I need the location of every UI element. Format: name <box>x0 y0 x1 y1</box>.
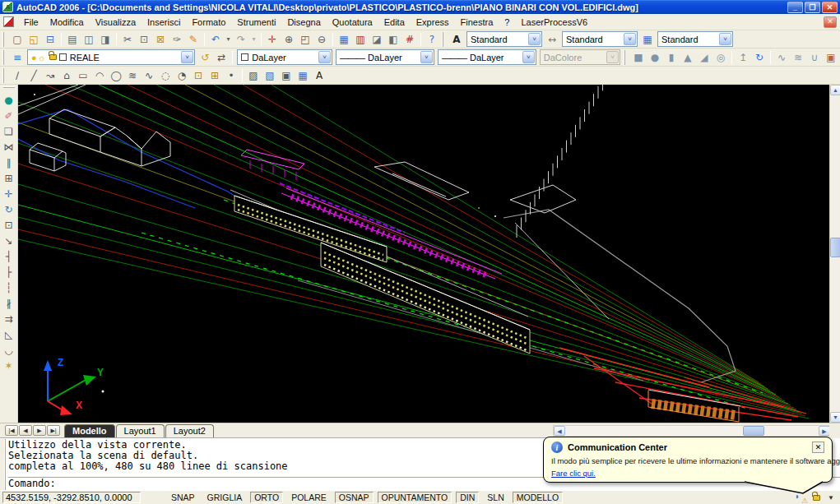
table-style-icon[interactable]: ▦ <box>639 32 656 47</box>
mdi-close-icon[interactable]: ✕ <box>824 16 837 28</box>
region-icon[interactable]: ▣ <box>278 68 295 83</box>
dim-style-icon[interactable]: ↔ <box>544 32 560 47</box>
arc-icon[interactable]: ◠ <box>91 68 108 83</box>
chevron-down-icon[interactable]: ˅ <box>528 33 541 45</box>
layer-color-swatch[interactable] <box>59 53 67 61</box>
menu-express[interactable]: Express <box>411 16 455 29</box>
toolbar-grip[interactable] <box>2 32 7 47</box>
toolbar-grip[interactable] <box>2 68 7 83</box>
redo-icon[interactable]: ↷ <box>233 32 249 47</box>
table-icon[interactable]: ▦ <box>295 68 311 83</box>
explode-icon[interactable]: ✶ <box>1 358 16 373</box>
scroll-right-icon[interactable]: ▶ <box>819 426 830 436</box>
close-button[interactable]: ✕ <box>822 2 838 13</box>
sheet-set-manager-icon[interactable]: ▦ <box>336 32 352 47</box>
render-icon[interactable]: ▣ <box>823 50 839 65</box>
array-icon[interactable]: ⊞ <box>1 170 16 186</box>
modello-toggle[interactable]: MODELLO <box>513 492 563 503</box>
stretch-icon[interactable]: ↘ <box>1 233 16 248</box>
osnap-toggle[interactable]: OSNAP <box>335 492 374 503</box>
make-block-icon[interactable]: ⊞ <box>207 68 223 83</box>
table-style-combo[interactable]: Standard ˅ <box>657 31 733 47</box>
line-icon[interactable]: ∕ <box>9 68 26 83</box>
linetype-combo[interactable]: ——— DaLayer ˅ <box>336 49 434 65</box>
din-toggle[interactable]: DIN <box>456 492 479 503</box>
move-icon[interactable]: ✛ <box>1 186 16 201</box>
break-icon[interactable]: ∦ <box>1 295 16 311</box>
erase-icon[interactable]: ✐ <box>1 108 16 123</box>
first-tab-icon[interactable]: |◀ <box>5 425 18 436</box>
tab-modello[interactable]: Modello <box>64 424 115 437</box>
quickcalc-icon[interactable]: # <box>401 32 418 47</box>
solid-wedge-icon[interactable]: ◢ <box>696 50 712 65</box>
solid-torus-icon[interactable]: ◎ <box>712 50 729 65</box>
point-icon[interactable]: • <box>223 68 239 83</box>
polare-toggle[interactable]: POLARE <box>287 492 331 503</box>
help-icon[interactable]: ? <box>424 32 440 47</box>
revision-cloud-icon[interactable]: ≋ <box>124 68 141 83</box>
menu-file[interactable]: File <box>18 16 44 29</box>
balloon-link[interactable]: Fare clic qui. <box>551 469 596 478</box>
menu-laserprocess[interactable]: LaserProcessV6 <box>515 16 593 29</box>
zoom-previous-icon[interactable]: ⊖ <box>313 32 330 47</box>
horizontal-scroll-thumb[interactable] <box>743 426 764 436</box>
rotate-icon[interactable]: ↻ <box>1 201 16 217</box>
rectangle-icon[interactable]: ▭ <box>75 68 91 83</box>
coordinates-display[interactable]: 4532.5159, -3292.8510, 0.0000 <box>2 492 141 503</box>
match-properties-icon[interactable]: ✑ <box>169 32 185 47</box>
undo-dropdown-icon[interactable]: ▾ <box>224 32 233 47</box>
lineweight-combo[interactable]: ——— DaLayer ˅ <box>438 49 536 65</box>
drawing-viewport[interactable]: Z Y X <box>18 85 829 423</box>
text-style-combo[interactable]: Standard ˅ <box>466 31 542 47</box>
sweep-icon[interactable]: ∿ <box>773 50 790 65</box>
loft-icon[interactable]: ≋ <box>790 50 806 65</box>
copy-object-icon[interactable]: ❏ <box>1 123 16 139</box>
menu-modifica[interactable]: Modifica <box>44 16 90 29</box>
vertical-scroll-thumb[interactable] <box>830 238 840 257</box>
revolve-icon[interactable]: ↻ <box>751 50 768 65</box>
command-window-grip[interactable] <box>0 439 6 490</box>
solid-cone-icon[interactable]: ▲ <box>680 50 696 65</box>
menu-formato[interactable]: Formato <box>186 16 231 29</box>
circle-icon[interactable]: ◯ <box>108 68 124 83</box>
layer-on-icon[interactable]: ● <box>31 53 37 62</box>
next-tab-icon[interactable]: ▶ <box>33 425 46 436</box>
layer-states-icon[interactable]: ⇄ <box>213 50 230 65</box>
layer-combo[interactable]: ● ☼ REALE ˅ <box>27 49 195 65</box>
cut-icon[interactable]: ✂ <box>119 32 136 47</box>
plot-preview-icon[interactable]: ◫ <box>81 32 97 47</box>
orto-toggle[interactable]: ORTO <box>250 492 283 503</box>
ellipse-arc-icon[interactable]: ◔ <box>174 68 190 83</box>
scale-icon[interactable]: ⊡ <box>1 217 16 233</box>
layer-previous-icon[interactable]: ↺ <box>197 50 213 65</box>
chamfer-icon[interactable]: ◺ <box>1 326 16 342</box>
zoom-window-icon[interactable]: ◰ <box>297 32 313 47</box>
opuntamento-toggle[interactable]: OPUNTAMENTO <box>378 492 452 503</box>
layer-freeze-icon[interactable]: ☼ <box>38 53 46 62</box>
menu-strumenti[interactable]: Strumenti <box>231 16 281 29</box>
zoom-realtime-icon[interactable]: ⊕ <box>281 32 297 47</box>
chevron-down-icon[interactable]: ˅ <box>181 51 193 63</box>
chevron-down-icon[interactable]: ˅ <box>624 33 636 45</box>
hatch-icon[interactable]: ▨ <box>245 68 262 83</box>
open-file-icon[interactable]: ◱ <box>26 32 42 47</box>
fillet-icon[interactable]: ◡ <box>1 342 16 358</box>
mirror-icon[interactable]: ⋈ <box>1 139 16 155</box>
color-combo[interactable]: DaLayer ˅ <box>237 49 332 65</box>
chevron-down-icon[interactable]: ˅ <box>318 51 331 63</box>
offset-icon[interactable]: ∥ <box>1 155 16 170</box>
new-file-icon[interactable]: ▢ <box>9 32 26 47</box>
etransmit-icon[interactable]: ◧ <box>385 32 401 47</box>
tab-layout1[interactable]: Layout1 <box>116 424 165 437</box>
gradient-icon[interactable]: ▧ <box>262 68 278 83</box>
prev-tab-icon[interactable]: ◀ <box>19 425 32 436</box>
menu-inserisci[interactable]: Inserisci <box>142 16 186 29</box>
construction-line-icon[interactable]: ╱ <box>26 68 42 83</box>
app-icon[interactable]: A <box>2 2 13 12</box>
vertical-scrollbar[interactable]: ▲ ▼ <box>829 85 840 423</box>
join-icon[interactable]: ⇉ <box>1 311 16 326</box>
extrude-icon[interactable]: ↥ <box>735 50 751 65</box>
horizontal-scrollbar[interactable]: ◀ ▶ <box>553 425 831 437</box>
solid-box-icon[interactable]: ■ <box>630 50 647 65</box>
paste-icon[interactable]: ⊠ <box>152 32 169 47</box>
